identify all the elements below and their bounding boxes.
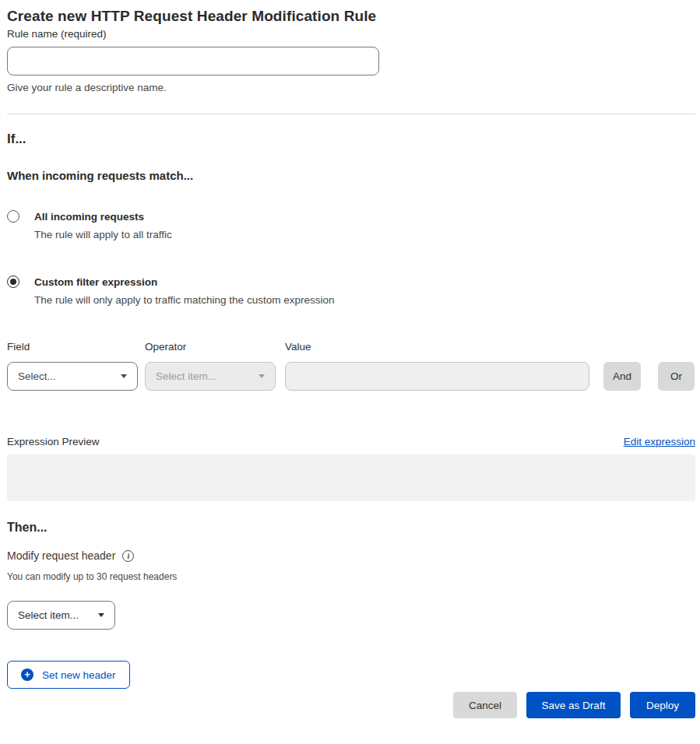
info-icon[interactable]: i [122,550,134,562]
radio-option-custom-expression[interactable]: Custom filter expression The rule will o… [7,275,695,307]
operator-select[interactable]: Select item... [145,362,276,391]
expression-builder-row: Field Select... Operator Select item... … [7,340,695,391]
operator-label: Operator [145,340,276,353]
page-title: Create new HTTP Request Header Modificat… [7,6,695,26]
expression-preview-header: Expression Preview Edit expression [7,436,695,447]
cancel-button[interactable]: Cancel [453,692,517,718]
or-button[interactable]: Or [658,362,695,391]
radio-unchecked-icon[interactable] [7,210,19,223]
rule-name-input[interactable] [7,47,379,75]
radio-all-requests-description: The rule will apply to all traffic [34,228,172,242]
chevron-down-icon [259,374,265,378]
field-label: Field [7,340,138,353]
chevron-down-icon [98,613,104,617]
set-new-header-button[interactable]: + Set new header [7,661,130,689]
radio-all-requests-label[interactable]: All incoming requests [34,211,144,223]
if-heading: If... [7,130,695,148]
modify-helper-text: You can modify up to 30 request headers [7,571,695,583]
edit-expression-link[interactable]: Edit expression [624,436,695,447]
then-heading: Then... [7,519,695,535]
expression-preview-label: Expression Preview [7,436,100,447]
section-divider [7,114,695,114]
and-button[interactable]: And [603,362,641,391]
radio-checked-icon[interactable] [7,275,19,288]
modify-request-header-label: Modify request header [7,549,115,563]
radio-option-all-requests[interactable]: All incoming requests The rule will appl… [7,209,695,242]
header-item-select[interactable]: Select item... [7,601,115,630]
footer-actions: Cancel Save as Draft Deploy [7,692,695,718]
expression-preview-box [7,454,695,501]
create-rule-form: Create new HTTP Request Header Modificat… [0,0,700,718]
radio-custom-expression-description: The rule will only apply to traffic matc… [34,293,334,307]
chevron-down-icon [121,374,127,378]
radio-custom-expression-label[interactable]: Custom filter expression [34,276,157,288]
rule-name-helper: Give your rule a descriptive name. [7,81,695,95]
value-label: Value [285,340,589,353]
save-as-draft-button[interactable]: Save as Draft [526,692,621,718]
rule-name-label: Rule name (required) [7,28,107,40]
match-subheading: When incoming requests match... [7,168,695,184]
value-input[interactable] [285,362,589,391]
field-select[interactable]: Select... [7,362,138,391]
rule-name-group: Rule name (required) Give your rule a de… [7,26,695,95]
plus-icon: + [21,669,33,681]
deploy-button[interactable]: Deploy [630,692,695,718]
